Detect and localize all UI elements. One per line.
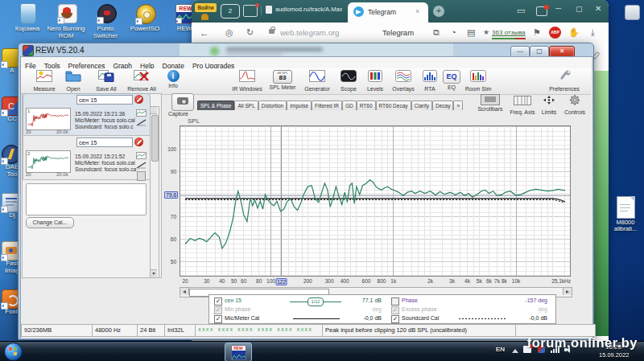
url-text[interactable]: web.telegram.org: [280, 28, 339, 37]
y-tick: 90: [171, 169, 176, 174]
measurement-2-slope-icon[interactable]: [136, 162, 147, 169]
levels-button[interactable]: Levels: [363, 70, 387, 92]
generator-button[interactable]: Generator: [302, 70, 332, 92]
measurement-1-name-field[interactable]: [76, 95, 133, 105]
new-tab-button[interactable]: +: [433, 6, 444, 17]
tray-chevron-up-icon[interactable]: [512, 349, 518, 353]
legend-measurement-checkbox[interactable]: ✓: [214, 297, 222, 306]
comments-icon[interactable]: ▤: [467, 28, 475, 37]
back-icon[interactable]: ←: [200, 28, 209, 38]
graph-tab-impulse[interactable]: Impulse: [287, 101, 312, 110]
share-icon[interactable]: ⧉: [433, 28, 440, 37]
tray-clock-date[interactable]: 15.09.2022: [599, 351, 630, 359]
preferences-button[interactable]: Preferences: [545, 70, 584, 92]
graph-tab-rt60-decay[interactable]: RT60 Decay: [376, 101, 411, 110]
info-icon: i: [167, 70, 180, 82]
background-tab[interactable]: audiomod.ru/track/A.Max: [266, 4, 351, 18]
legend-min-phase-value: deg: [346, 306, 382, 312]
watermark: forum.onliner.by: [527, 335, 638, 351]
remove-all-button[interactable]: Remove All: [125, 70, 159, 92]
reload-icon[interactable]: ↻: [246, 28, 254, 37]
browser-maximize-button[interactable]: ▢: [576, 5, 583, 13]
room-sim-button[interactable]: Room Sim: [463, 70, 493, 92]
bookmark-flag-icon[interactable]: ⚑: [533, 28, 541, 37]
graph-tab-decay[interactable]: Decay: [432, 101, 453, 110]
bell-icon[interactable]: [201, 14, 208, 20]
y-tick: 70: [171, 214, 176, 219]
plugin-icon[interactable]: ✋: [568, 28, 580, 37]
legend-soundcard-cal-checkbox[interactable]: ✓: [391, 315, 399, 323]
measurement-1-graph-icon[interactable]: [136, 109, 147, 117]
tab-counter-button[interactable]: 2: [221, 4, 240, 18]
new-window-icon[interactable]: [243, 5, 258, 17]
legend-mic-cal-checkbox[interactable]: ✓: [214, 315, 222, 323]
services-icon[interactable]: ◔: [451, 28, 456, 37]
y-axis-ticks: 1009070605079,6: [154, 125, 178, 277]
graph-tab-distortion[interactable]: Distortion: [258, 101, 287, 110]
change-cal-button[interactable]: Change Cal...: [26, 217, 74, 228]
legend-soundcard-cal-value: -0,0 dB: [510, 315, 547, 321]
open-button[interactable]: Open: [60, 70, 86, 92]
measurement-2-graph-icon[interactable]: [136, 152, 147, 159]
reviews-link[interactable]: 363 отзыва: [492, 29, 526, 36]
rta-button[interactable]: RTA: [419, 70, 440, 92]
spl-meter-button[interactable]: dB SPL 83 SPL Meter: [268, 70, 297, 90]
browser-login-badge[interactable]: Войти: [195, 3, 217, 12]
capture-button[interactable]: [171, 93, 194, 111]
graph-tab-spl-phase[interactable]: SPL & Phase: [197, 101, 234, 110]
legend-measurement-label: сен 15: [225, 297, 242, 303]
measurement-2-name-field[interactable]: [76, 137, 133, 147]
graph-tab--[interactable]: »: [453, 101, 463, 110]
adblock-icon[interactable]: ABP: [549, 27, 561, 39]
protect-icon[interactable]: ◎: [225, 28, 233, 37]
notes-area[interactable]: [26, 183, 147, 215]
x-tick: 600: [362, 278, 371, 284]
active-tab[interactable]: Telegram ×: [348, 2, 428, 23]
measurement-1-thumbnail: 1: [26, 108, 71, 130]
hscroll-left-arrow[interactable]: [180, 288, 189, 295]
x-tick: 7k: [494, 278, 500, 284]
browser-dialog-icon[interactable]: ▭: [517, 6, 525, 15]
legend-phase-checkbox[interactable]: [391, 297, 399, 306]
limits-button[interactable]: Limits: [537, 94, 561, 115]
spl-phase-plot[interactable]: [180, 125, 571, 277]
graph-tab-filtered-ir[interactable]: Filtered IR: [312, 101, 342, 110]
measure-button[interactable]: Measure: [30, 70, 59, 92]
freq-axis-button[interactable]: Freq. Axis: [508, 94, 537, 115]
overlays-button[interactable]: Overlays: [389, 70, 418, 92]
status-message: Peak input before clipping 120 dB SPL (u…: [322, 324, 520, 337]
measurement-2-delete-button[interactable]: [134, 137, 143, 146]
download-icon[interactable]: ⤓: [591, 28, 595, 37]
measurement-1-slope-icon[interactable]: [136, 119, 147, 126]
hscroll-right-arrow[interactable]: [563, 288, 572, 295]
legend-min-phase-checkbox[interactable]: ✓: [214, 306, 222, 314]
graph-tab-clarity[interactable]: Clarity: [411, 101, 432, 110]
start-button[interactable]: [4, 343, 23, 361]
browser-close-button[interactable]: ✕: [595, 4, 601, 13]
tray-language-indicator[interactable]: EN: [496, 346, 505, 353]
controls-button[interactable]: Controls: [561, 94, 588, 115]
scope-button[interactable]: Scope: [336, 70, 361, 92]
graph-tab-all-spl[interactable]: All SPL: [234, 101, 258, 110]
browser-notification-icon[interactable]: [536, 6, 547, 16]
measurement-1-delete-button[interactable]: [134, 95, 143, 104]
ir-windows-button[interactable]: IR Windows: [229, 70, 265, 92]
save-all-button[interactable]: Save All: [91, 70, 122, 92]
legend-excess-phase-checkbox[interactable]: ✓: [391, 306, 399, 314]
taskbar-rew-button[interactable]: REW: [225, 343, 252, 361]
star-icon[interactable]: ★: [483, 28, 489, 36]
legend-mic-cal-value: -0,0 dB: [346, 315, 382, 321]
graph-tab-gd[interactable]: GD: [342, 101, 357, 110]
scrollbars-button[interactable]: Scrollbars: [474, 94, 506, 112]
desktop-icon-top-right[interactable]: [625, 5, 640, 20]
measurement-1-mic: Mic/Meter: focus solo.cal: [75, 117, 135, 123]
rew-titlebar[interactable]: [19, 43, 593, 57]
open-folder-icon: [65, 70, 81, 82]
info-button[interactable]: i Info: [162, 70, 184, 88]
smoothing-control[interactable]: 1/12: [290, 299, 341, 305]
eq-button[interactable]: EQ EQ: [442, 70, 461, 90]
browser-minimize-button[interactable]: ─: [555, 4, 561, 13]
tab-close-icon[interactable]: ×: [415, 7, 419, 15]
measurement-2-notes-icon[interactable]: [137, 171, 146, 181]
graph-tab-rt60[interactable]: RT60: [357, 101, 376, 110]
